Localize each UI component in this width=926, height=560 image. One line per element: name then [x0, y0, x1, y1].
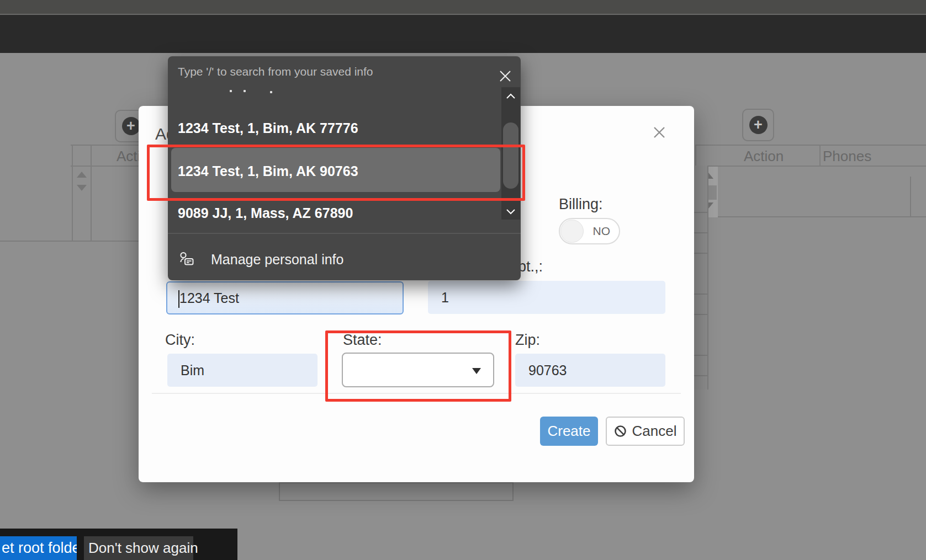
toggle-knob [560, 220, 584, 243]
screen: + Action + Action Phones et root folder … [0, 0, 926, 560]
dropdown-arrow-icon [472, 368, 481, 374]
popup-scrollbar[interactable] [501, 87, 520, 220]
zip-input[interactable]: 90763 [515, 354, 665, 387]
gridline [71, 166, 140, 167]
popup-divider [168, 233, 521, 234]
address-input[interactable]: 1234 Test [166, 281, 404, 314]
spin-up-icon[interactable] [77, 172, 87, 178]
manage-personal-info-icon [179, 251, 194, 266]
add-record-button-right[interactable]: + [742, 109, 774, 141]
set-root-folder-label: et root folder [2, 540, 77, 557]
gridline [694, 314, 707, 315]
bg-input-box [279, 482, 514, 501]
clipped-text-dot [230, 90, 232, 92]
column-header-action: Action [744, 148, 784, 165]
state-select[interactable] [342, 353, 494, 387]
city-input[interactable]: Bim [167, 354, 318, 387]
gridline [819, 145, 821, 167]
bg-scroll-strip [694, 166, 708, 390]
cancel-slash-icon [614, 425, 627, 438]
dont-show-again-label: Don't show again [88, 540, 198, 557]
popup-close-icon[interactable] [498, 69, 512, 83]
gridline [694, 375, 707, 376]
column-header-phones: Phones [823, 148, 871, 165]
gridline [696, 216, 926, 217]
cancel-button[interactable]: Cancel [606, 417, 685, 446]
gridline [694, 294, 707, 295]
gridline [910, 177, 911, 217]
autofill-suggestion[interactable]: 1234 Test, 1, Bim, AK 77776 [178, 120, 358, 136]
modal-footer-divider [152, 393, 681, 394]
plus-icon: + [122, 117, 140, 135]
dont-show-again-button[interactable]: Don't show again [84, 536, 193, 560]
gridline [694, 355, 707, 356]
gridline [707, 166, 708, 390]
manage-personal-info-item[interactable]: Manage personal info [211, 252, 343, 268]
address-value: 1234 Test [179, 290, 239, 306]
zip-label: Zip: [515, 332, 540, 349]
text-caret [178, 290, 179, 308]
toggle-state-label: NO [593, 225, 611, 238]
gridline [694, 232, 707, 233]
billing-label: Billing: [559, 196, 603, 213]
gridline [694, 253, 707, 254]
scrollbar-thumb[interactable] [503, 122, 518, 189]
billing-toggle[interactable]: NO [559, 218, 620, 244]
city-value: Bim [181, 362, 204, 378]
autofill-popup: Type '/' to search from your saved info … [168, 56, 521, 280]
scroll-down-chevron-icon[interactable] [506, 209, 516, 215]
state-label: State: [343, 332, 382, 349]
cancel-button-label: Cancel [632, 423, 677, 440]
modal-close-icon[interactable] [653, 126, 666, 139]
plus-icon: + [749, 116, 768, 134]
scroll-up-chevron-icon[interactable] [506, 93, 516, 99]
gridline [696, 166, 926, 167]
toolbar-bar [0, 15, 926, 53]
clipped-text-dot [244, 90, 246, 92]
title-bar [0, 0, 926, 14]
gridline [91, 145, 92, 242]
gridline [71, 145, 140, 146]
autofill-suggestion[interactable]: 9089 JJ, 1, Mass, AZ 67890 [178, 205, 353, 221]
autofill-suggestion-selected[interactable]: 1234 Test, 1, Bim, AK 90763 [178, 163, 358, 179]
set-root-folder-button[interactable]: et root folder [0, 536, 77, 560]
gridline [72, 145, 73, 242]
autofill-hint: Type '/' to search from your saved info [178, 65, 373, 78]
clipped-text-dot [270, 91, 272, 93]
city-label: City: [165, 332, 195, 349]
gridline [0, 241, 139, 242]
create-button[interactable]: Create [540, 417, 598, 446]
apt-input[interactable]: 1 [428, 281, 665, 314]
zip-value: 90763 [528, 362, 567, 378]
gridline [696, 145, 926, 146]
create-button-label: Create [547, 423, 590, 440]
gridline [694, 212, 707, 213]
apt-value: 1 [441, 290, 449, 306]
spin-down-icon[interactable] [77, 185, 87, 191]
